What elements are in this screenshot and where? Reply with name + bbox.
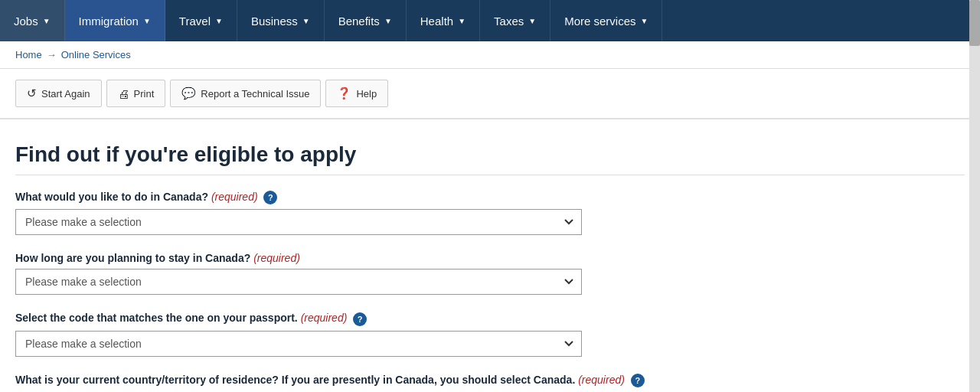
form-group-q3: Select the code that matches the one on … bbox=[15, 312, 965, 356]
nav-more-services-label: More services bbox=[564, 15, 635, 28]
nav-taxes-arrow: ▼ bbox=[528, 17, 536, 25]
nav-jobs-label: Jobs bbox=[14, 15, 38, 28]
nav-travel-arrow: ▼ bbox=[215, 17, 223, 25]
help-icon: ❓ bbox=[337, 87, 351, 100]
report-icon: 💬 bbox=[181, 87, 196, 100]
nav-immigration-arrow: ▼ bbox=[143, 17, 151, 25]
nav-immigration[interactable]: Immigration ▼ bbox=[65, 0, 165, 41]
breadcrumb-home[interactable]: Home bbox=[15, 49, 42, 60]
nav-health-arrow: ▼ bbox=[458, 17, 466, 25]
print-label: Print bbox=[134, 88, 155, 100]
help-icon-q3[interactable]: ? bbox=[353, 312, 367, 326]
start-again-label: Start Again bbox=[41, 88, 90, 100]
help-icon-q1[interactable]: ? bbox=[263, 191, 277, 204]
label-q2-text: How long are you planning to stay in Can… bbox=[15, 252, 250, 264]
nav-jobs[interactable]: Jobs ▼ bbox=[0, 0, 65, 41]
label-q3: Select the code that matches the one on … bbox=[15, 312, 965, 325]
nav-benefits-label: Benefits bbox=[338, 15, 380, 28]
scrollbar-track[interactable] bbox=[969, 0, 980, 392]
main-content: Find out if you're eligible to apply Wha… bbox=[0, 119, 980, 392]
toolbar: ↺ Start Again 🖨 Print 💬 Report a Technic… bbox=[0, 69, 980, 119]
help-icon-q4[interactable]: ? bbox=[631, 374, 645, 387]
select-q2[interactable]: Please make a selection bbox=[15, 269, 582, 295]
label-q3-text: Select the code that matches the one on … bbox=[15, 312, 298, 324]
start-again-button[interactable]: ↺ Start Again bbox=[15, 80, 102, 107]
main-nav: Jobs ▼ Immigration ▼ Travel ▼ Business ▼… bbox=[0, 0, 980, 41]
required-q3: (required) bbox=[301, 312, 348, 324]
breadcrumb-arrow: → bbox=[47, 49, 57, 60]
scrollbar-thumb[interactable] bbox=[969, 0, 980, 46]
nav-taxes-label: Taxes bbox=[494, 15, 524, 28]
nav-more-services-arrow: ▼ bbox=[641, 17, 648, 25]
nav-benefits-arrow: ▼ bbox=[384, 17, 392, 25]
nav-travel-label: Travel bbox=[179, 15, 211, 28]
form-group-q1: What would you like to do in Canada? (re… bbox=[15, 191, 965, 235]
nav-business[interactable]: Business ▼ bbox=[237, 0, 325, 41]
label-q4-text: What is your current country/territory o… bbox=[15, 374, 575, 386]
print-button[interactable]: 🖨 Print bbox=[106, 80, 166, 107]
nav-benefits[interactable]: Benefits ▼ bbox=[325, 0, 407, 41]
page-title: Find out if you're eligible to apply bbox=[15, 142, 965, 175]
label-q4: What is your current country/territory o… bbox=[15, 374, 965, 387]
required-q4: (required) bbox=[578, 374, 625, 386]
label-q1-text: What would you like to do in Canada? bbox=[15, 191, 208, 203]
select-q3[interactable]: Please make a selection bbox=[15, 331, 582, 357]
breadcrumb-current[interactable]: Online Services bbox=[61, 49, 131, 60]
report-issue-button[interactable]: 💬 Report a Technical Issue bbox=[170, 80, 321, 107]
nav-travel[interactable]: Travel ▼ bbox=[165, 0, 237, 41]
help-button[interactable]: ❓ Help bbox=[325, 80, 388, 107]
help-label: Help bbox=[356, 88, 377, 100]
required-q2: (required) bbox=[253, 252, 300, 264]
nav-health-label: Health bbox=[420, 15, 453, 28]
nav-taxes[interactable]: Taxes ▼ bbox=[480, 0, 550, 41]
form-group-q2: How long are you planning to stay in Can… bbox=[15, 252, 965, 295]
report-issue-label: Report a Technical Issue bbox=[201, 88, 309, 100]
refresh-icon: ↺ bbox=[27, 87, 37, 100]
nav-more-services[interactable]: More services ▼ bbox=[550, 0, 662, 41]
print-icon: 🖨 bbox=[118, 87, 129, 100]
nav-health[interactable]: Health ▼ bbox=[407, 0, 480, 41]
breadcrumb: Home → Online Services bbox=[0, 41, 980, 69]
form-group-q4: What is your current country/territory o… bbox=[15, 374, 965, 392]
nav-business-arrow: ▼ bbox=[302, 17, 310, 25]
nav-jobs-arrow: ▼ bbox=[43, 17, 51, 25]
required-q1: (required) bbox=[211, 191, 258, 203]
label-q1: What would you like to do in Canada? (re… bbox=[15, 191, 965, 204]
label-q2: How long are you planning to stay in Can… bbox=[15, 252, 965, 264]
select-q1[interactable]: Please make a selection bbox=[15, 209, 582, 235]
nav-business-label: Business bbox=[251, 15, 298, 28]
nav-immigration-label: Immigration bbox=[79, 15, 139, 28]
